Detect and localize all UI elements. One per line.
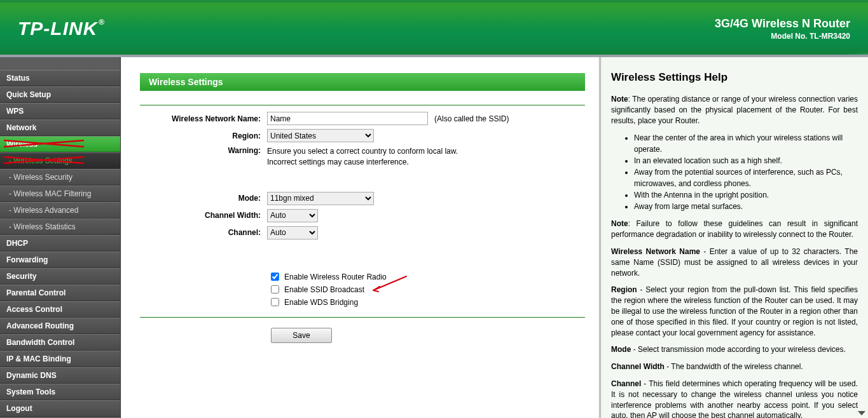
nav-wireless-security[interactable]: - Wireless Security bbox=[0, 169, 120, 185]
mode-select[interactable]: 11bgn mixed bbox=[267, 192, 374, 205]
nav-forwarding[interactable]: Forwarding bbox=[0, 252, 120, 268]
help-channel: Channel - This field determines which op… bbox=[611, 379, 858, 418]
product-title: 3G/4G Wireless N Router bbox=[715, 17, 850, 30]
channel-select[interactable]: Auto bbox=[267, 226, 318, 239]
label-wireless-name: Wireless Network Name: bbox=[140, 114, 267, 123]
model-number: Model No. TL-MR3420 bbox=[715, 32, 850, 41]
enable-ssid-checkbox[interactable] bbox=[271, 285, 279, 293]
nav-dynamic-dns[interactable]: Dynamic DNS bbox=[0, 367, 120, 384]
warning-line-1: Ensure you select a correct country to c… bbox=[267, 146, 458, 157]
help-bullet: Away from large metal surfaces. bbox=[634, 201, 858, 212]
wireless-name-input[interactable] bbox=[267, 112, 428, 125]
nav-quick-setup[interactable]: Quick Setup bbox=[0, 86, 120, 103]
panel-title: Wireless Settings bbox=[140, 73, 585, 91]
annotation-strike-icon bbox=[3, 154, 92, 166]
nav-security[interactable]: Security bbox=[0, 268, 120, 285]
label-channel: Channel: bbox=[140, 228, 267, 237]
divider bbox=[140, 317, 585, 318]
nav-system-tools[interactable]: System Tools bbox=[0, 384, 120, 400]
help-region: Region - Select your region from the pul… bbox=[611, 285, 858, 338]
label-region: Region: bbox=[140, 131, 267, 140]
nav-wireless[interactable]: Wireless bbox=[0, 136, 120, 152]
nav-bandwidth-control[interactable]: Bandwidth Control bbox=[0, 334, 120, 351]
help-panel: Wireless Settings Help Note: The operati… bbox=[601, 57, 868, 418]
annotation-strike-icon bbox=[3, 138, 92, 149]
nav-advanced-routing[interactable]: Advanced Routing bbox=[0, 318, 120, 334]
nav-wireless-statistics[interactable]: - Wireless Statistics bbox=[0, 219, 120, 235]
brand-logo: TP-LINK® bbox=[18, 18, 105, 39]
nav-wireless-advanced[interactable]: - Wireless Advanced bbox=[0, 202, 120, 219]
logo-text: TP-LINK bbox=[18, 18, 97, 39]
svg-line-0 bbox=[4, 140, 84, 147]
app-header: TP-LINK® 3G/4G Wireless N Router Model N… bbox=[0, 0, 868, 57]
help-bullet: With the Antenna in the upright position… bbox=[634, 189, 858, 201]
help-mode: Mode - Select transmission mode accordin… bbox=[611, 344, 858, 355]
nav-dhcp[interactable]: DHCP bbox=[0, 235, 120, 252]
help-bullet: In an elevated location such as a high s… bbox=[634, 155, 858, 166]
nav-parental-control[interactable]: Parental Control bbox=[0, 285, 120, 301]
help-bullet: Away from the potential sources of inter… bbox=[634, 166, 858, 189]
svg-line-2 bbox=[4, 157, 84, 163]
help-channel-width: Channel Width - The bandwidth of the wir… bbox=[611, 361, 858, 372]
nav-wireless-settings[interactable]: - Wireless Settings bbox=[0, 152, 120, 169]
nav-access-control[interactable]: Access Control bbox=[0, 301, 120, 318]
enable-radio-label: Enable Wireless Router Radio bbox=[284, 273, 387, 281]
scroll-down-icon[interactable] bbox=[858, 411, 865, 415]
nav-logout[interactable]: Logout bbox=[0, 400, 120, 417]
nav-status[interactable]: Status bbox=[0, 70, 120, 86]
help-note-1: Note: The operating distance or range of… bbox=[611, 94, 858, 126]
nav-ip-mac-binding[interactable]: IP & MAC Binding bbox=[0, 351, 120, 367]
label-channel-width: Channel Width: bbox=[140, 211, 267, 220]
nav-wireless-mac-filtering[interactable]: - Wireless MAC Filtering bbox=[0, 185, 120, 202]
help-bullet: Near the center of the area in which you… bbox=[634, 132, 858, 155]
enable-ssid-label: Enable SSID Broadcast bbox=[284, 285, 364, 294]
nav-wps[interactable]: WPS bbox=[0, 103, 120, 119]
svg-line-1 bbox=[4, 140, 84, 147]
label-warning: Warning: bbox=[140, 146, 267, 155]
model-block: 3G/4G Wireless N Router Model No. TL-MR3… bbox=[715, 17, 850, 41]
divider bbox=[140, 105, 585, 105]
svg-line-3 bbox=[4, 157, 84, 163]
ssid-hint: (Also called the SSID) bbox=[434, 114, 509, 123]
label-mode: Mode: bbox=[140, 194, 267, 203]
enable-wds-label: Enable WDS Bridging bbox=[284, 298, 358, 307]
help-note-2: Note: Failure to follow these guidelines… bbox=[611, 219, 858, 240]
save-button[interactable]: Save bbox=[271, 328, 332, 343]
sidebar-nav: StatusQuick SetupWPSNetworkWireless- Wir… bbox=[0, 57, 121, 418]
region-select[interactable]: United States bbox=[267, 129, 374, 142]
help-bullet-list: Near the center of the area in which you… bbox=[634, 132, 858, 212]
channel-width-select[interactable]: Auto bbox=[267, 209, 318, 222]
warning-line-2: Incorrect settings may cause interferenc… bbox=[267, 157, 458, 168]
enable-radio-checkbox[interactable] bbox=[271, 273, 279, 281]
help-wireless-name: Wireless Network Name - Enter a value of… bbox=[611, 246, 858, 278]
nav-network[interactable]: Network bbox=[0, 119, 120, 136]
main-content: Wireless Settings Wireless Network Name:… bbox=[121, 57, 601, 418]
enable-wds-checkbox[interactable] bbox=[271, 298, 279, 306]
help-title: Wireless Settings Help bbox=[611, 71, 858, 84]
logo-registered: ® bbox=[99, 18, 105, 27]
